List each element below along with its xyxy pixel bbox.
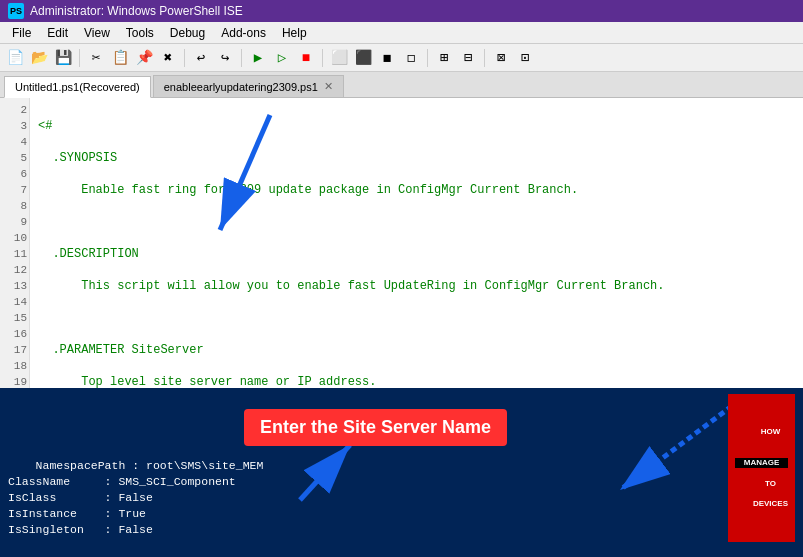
toolbar-sep3 (241, 49, 242, 67)
title-bar: PS Administrator: Windows PowerShell ISE (0, 0, 803, 22)
toolbar-misc4[interactable]: ⊡ (514, 47, 536, 69)
toolbar-debug2[interactable]: ⬛ (352, 47, 374, 69)
watermark-devices: DEVICES (753, 499, 788, 508)
watermark-how: HOW (761, 427, 781, 436)
tabs: Untitled1.ps1(Recovered) enableearlyupda… (0, 72, 803, 98)
toolbar-misc1[interactable]: ⊞ (433, 47, 455, 69)
console-line-3: IsClass : False (8, 491, 153, 504)
menu-file[interactable]: File (4, 24, 39, 42)
tab-untitled-label: Untitled1.ps1(Recovered) (15, 81, 140, 93)
console-line-1: NamespacePath : root\SMS\site_MEM (36, 459, 264, 472)
line-numbers: 2 3 4 5 6 7 8 9 10 11 12 13 14 15 16 17 … (0, 98, 30, 388)
menu-addons[interactable]: Add-ons (213, 24, 274, 42)
editor-area[interactable]: 2 3 4 5 6 7 8 9 10 11 12 13 14 15 16 17 … (0, 98, 803, 388)
code-content[interactable]: <# .SYNOPSIS Enable fast ring for 2309 u… (30, 98, 803, 388)
tab-enableearly-label: enableearlyupdatering2309.ps1 (164, 81, 318, 93)
toolbar: 📄 📂 💾 ✂ 📋 📌 ✖ ↩ ↪ ▶ ▷ ■ ⬜ ⬛ ◼ ◻ ⊞ ⊟ ⊠ ⊡ (0, 44, 803, 72)
toolbar-redo[interactable]: ↪ (214, 47, 236, 69)
menu-help[interactable]: Help (274, 24, 315, 42)
toolbar-sep5 (427, 49, 428, 67)
menu-edit[interactable]: Edit (39, 24, 76, 42)
toolbar-sep2 (184, 49, 185, 67)
toolbar-save[interactable]: 💾 (52, 47, 74, 69)
toolbar-debug4[interactable]: ◻ (400, 47, 422, 69)
menu-view[interactable]: View (76, 24, 118, 42)
toolbar-open[interactable]: 📂 (28, 47, 50, 69)
menu-bar: File Edit View Tools Debug Add-ons Help (0, 22, 803, 44)
console-line-4: IsInstance : True (8, 507, 146, 520)
app-icon: PS (8, 3, 24, 19)
toolbar-stop[interactable]: ■ (295, 47, 317, 69)
toolbar-undo[interactable]: ↩ (190, 47, 212, 69)
toolbar-sep6 (484, 49, 485, 67)
tab-untitled[interactable]: Untitled1.ps1(Recovered) (4, 76, 151, 98)
toolbar-paste[interactable]: 📌 (133, 47, 155, 69)
menu-debug[interactable]: Debug (162, 24, 213, 42)
toolbar-new[interactable]: 📄 (4, 47, 26, 69)
toolbar-sep1 (79, 49, 80, 67)
watermark: HOW MANAGE TO DEVICES (728, 394, 795, 542)
console-area[interactable]: HOW MANAGE TO DEVICES NamespacePath : ro… (0, 388, 803, 557)
toolbar-run-selection[interactable]: ▷ (271, 47, 293, 69)
menu-tools[interactable]: Tools (118, 24, 162, 42)
main-container: PS Administrator: Windows PowerShell ISE… (0, 0, 803, 557)
watermark-to: TO (765, 479, 776, 488)
title-text: Administrator: Windows PowerShell ISE (30, 4, 243, 18)
toolbar-misc2[interactable]: ⊟ (457, 47, 479, 69)
tab-enableearly-close[interactable]: ✕ (324, 80, 333, 93)
toolbar-misc3[interactable]: ⊠ (490, 47, 512, 69)
toolbar-cut[interactable]: ✂ (85, 47, 107, 69)
toolbar-copy[interactable]: 📋 (109, 47, 131, 69)
watermark-manage: MANAGE (735, 458, 788, 468)
tab-enableearly[interactable]: enableearlyupdatering2309.ps1 ✕ (153, 75, 344, 97)
toolbar-debug1[interactable]: ⬜ (328, 47, 350, 69)
toolbar-run[interactable]: ▶ (247, 47, 269, 69)
toolbar-debug3[interactable]: ◼ (376, 47, 398, 69)
console-line-5: IsSingleton : False (8, 523, 153, 536)
toolbar-sep4 (322, 49, 323, 67)
toolbar-clear[interactable]: ✖ (157, 47, 179, 69)
console-line-2: ClassName : SMS_SCI_Component (8, 475, 236, 488)
